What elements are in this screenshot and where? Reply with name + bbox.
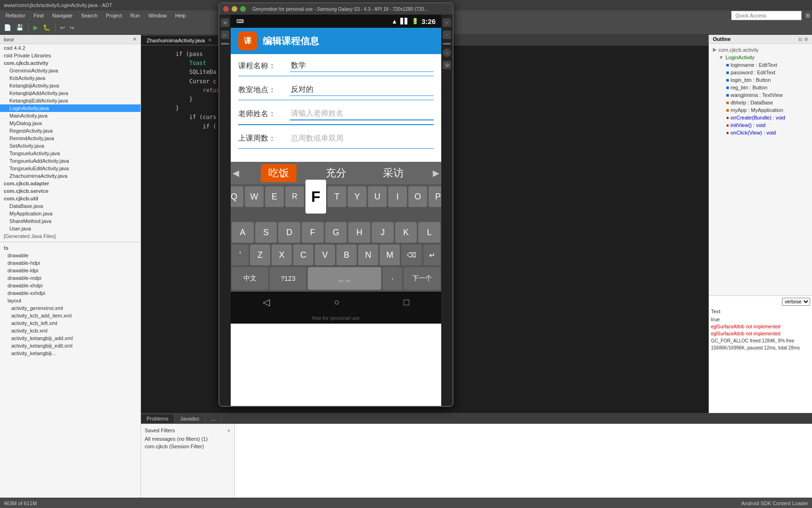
outline-field[interactable]: ■ login_btn : Button xyxy=(709,76,812,84)
sidebar-item[interactable]: drawable-ldpi xyxy=(0,267,141,274)
redo-button[interactable]: ↪ xyxy=(68,24,76,32)
side-btn[interactable] xyxy=(221,43,229,45)
sidebar-item[interactable]: drawable-hdpi xyxy=(0,259,141,267)
debug-button[interactable]: 🐛 xyxy=(41,23,52,32)
sidebar-item[interactable]: roid Private Libraries xyxy=(0,52,141,59)
key-chinese[interactable]: 中文 xyxy=(232,267,268,290)
form-placeholder-weeks[interactable]: 总周数或单双周 xyxy=(290,133,434,144)
key-next[interactable]: 下一个 xyxy=(404,267,440,290)
sidebar-item[interactable]: KetangbijiActivity.java xyxy=(0,82,141,89)
explorer-close[interactable]: ✕ xyxy=(133,36,137,42)
nav-back-btn[interactable]: ◁ xyxy=(263,296,270,308)
key-o[interactable]: O xyxy=(408,186,427,207)
menu-help[interactable]: Help xyxy=(172,12,190,19)
side-right-btn[interactable]: − xyxy=(443,31,451,39)
form-value-course[interactable]: 数学 xyxy=(290,60,434,72)
sidebar-item[interactable]: activity_kcb.xml xyxy=(0,327,141,334)
sidebar-item[interactable]: com.cjkcb.activity xyxy=(0,59,141,67)
sidebar-item[interactable]: layout xyxy=(0,297,141,304)
sidebar-item[interactable]: com.cjkcb.service xyxy=(0,187,141,195)
key-f[interactable]: F xyxy=(302,222,324,243)
new-button[interactable]: 📄 xyxy=(2,23,13,32)
sidebar-item[interactable]: activity_gerenxinxi.xml xyxy=(0,304,141,312)
outline-settings-btn[interactable]: ⚙ xyxy=(804,37,808,42)
menu-find[interactable]: Find xyxy=(30,12,47,19)
tab-more[interactable]: ... xyxy=(205,414,221,423)
key-v[interactable]: V xyxy=(315,245,335,265)
sidebar-item[interactable]: drawable-xhdpi xyxy=(0,282,141,289)
key-b[interactable]: B xyxy=(336,245,357,265)
key-a[interactable]: A xyxy=(232,222,254,243)
menu-search[interactable]: Search xyxy=(77,12,101,19)
tab-javadoc[interactable]: Javadoc xyxy=(174,414,205,423)
key-num[interactable]: ?123 xyxy=(270,267,306,290)
sidebar-item[interactable]: SetActivity.java xyxy=(0,142,141,150)
nav-recent-btn[interactable]: □ xyxy=(404,297,409,308)
sidebar-item[interactable]: TongxueluAddActivity.java xyxy=(0,157,141,165)
ime-next-btn[interactable]: ▶ xyxy=(433,168,439,178)
tab-problems[interactable]: Problems xyxy=(141,414,174,423)
key-d[interactable]: D xyxy=(278,222,300,243)
nav-home-btn[interactable]: ○ xyxy=(334,297,339,308)
form-placeholder-teacher[interactable]: 请输入老师姓名 xyxy=(290,108,434,120)
save-button[interactable]: 💾 xyxy=(14,23,25,32)
sidebar-item[interactable]: drawable-mdpi xyxy=(0,274,141,282)
ime-prev-btn[interactable]: ◀ xyxy=(233,168,239,178)
quick-access-input[interactable] xyxy=(731,11,802,20)
outline-field[interactable]: ■ loginname : EditText xyxy=(709,61,812,69)
sidebar-item[interactable]: drawable xyxy=(0,252,141,259)
filter-item[interactable]: All messages (no filters) (1) xyxy=(141,435,234,443)
key-s[interactable]: S xyxy=(255,222,277,243)
key-l[interactable]: L xyxy=(418,222,440,243)
sidebar-item[interactable]: roid 4.4.2 xyxy=(0,44,141,52)
outline-method[interactable]: ● onCreate(Bundle) : void xyxy=(709,114,812,121)
key-c[interactable]: C xyxy=(293,245,313,265)
verbose-select[interactable]: verbose xyxy=(782,298,810,306)
key-m[interactable]: M xyxy=(380,245,400,265)
key-j[interactable]: J xyxy=(372,222,394,243)
sidebar-item[interactable]: activity_ketangbiji... xyxy=(0,349,141,357)
outline-field[interactable]: ■ myApp : MyApplication xyxy=(709,106,812,114)
key-x[interactable]: X xyxy=(272,245,292,265)
side-right-btn[interactable] xyxy=(443,43,451,45)
sidebar-item-login[interactable]: LoginActivity.java xyxy=(0,104,141,112)
key-apostrophe[interactable]: ' xyxy=(232,245,249,265)
side-right-btn[interactable]: ○ xyxy=(443,48,451,57)
side-right-btn[interactable]: ⏻ xyxy=(443,61,451,69)
key-h[interactable]: H xyxy=(348,222,370,243)
key-enter[interactable]: ↵ xyxy=(423,245,440,265)
form-value-classroom[interactable]: 反对的 xyxy=(290,84,434,96)
menu-navigate[interactable]: Navigate xyxy=(48,12,76,19)
sidebar-item[interactable]: [Generated Java Files] xyxy=(0,232,141,240)
key-p[interactable]: P xyxy=(429,186,441,207)
undo-button[interactable]: ↩ xyxy=(58,24,67,32)
key-f-popup[interactable]: F xyxy=(305,180,326,214)
outline-field[interactable]: ■ password : EditText xyxy=(709,69,812,76)
tab-close-icon[interactable]: ✕ xyxy=(208,37,212,43)
key-delete[interactable]: ⌫ xyxy=(401,245,422,265)
outline-field[interactable]: ■ reg_btn : Button xyxy=(709,84,812,91)
sidebar-item[interactable]: activity_kcb_left.xml xyxy=(0,319,141,327)
key-dot[interactable]: · xyxy=(383,267,402,290)
key-z[interactable]: Z xyxy=(250,245,270,265)
maximize-button[interactable] xyxy=(240,6,246,12)
sidebar-item[interactable]: MyDialog.java xyxy=(0,119,141,127)
outline-collapse-btn[interactable]: ⊟ xyxy=(798,37,802,42)
ime-suggestion-2[interactable]: 采访 xyxy=(375,164,411,182)
ime-suggestion-0[interactable]: 吃饭 xyxy=(261,164,297,182)
filter-item[interactable]: com.cjkcb (Session Filter) xyxy=(141,443,234,450)
key-space[interactable]: ＿＿ xyxy=(308,267,381,290)
sidebar-item[interactable]: ShareMethod.java xyxy=(0,217,141,225)
sidebar-item[interactable]: GrenxinxiActivity.java xyxy=(0,67,141,74)
sidebar-item[interactable]: KetangbijiAddActivity.java xyxy=(0,89,141,97)
run-button[interactable]: ▶ xyxy=(31,23,40,32)
sidebar-item[interactable]: com.cjkcb.util xyxy=(0,195,141,202)
sidebar-item[interactable]: User.java xyxy=(0,225,141,232)
key-w[interactable]: W xyxy=(245,186,264,207)
key-q[interactable]: Q xyxy=(231,186,243,207)
sidebar-item[interactable]: MyApplication.java xyxy=(0,210,141,217)
sidebar-item[interactable]: KetangbijiEditActivity.java xyxy=(0,97,141,104)
sidebar-item[interactable]: com.cjkcb.adapter xyxy=(0,180,141,187)
sidebar-item[interactable]: TongxueluEditActivity.java xyxy=(0,165,141,172)
outline-method[interactable]: ● onClick(View) : void xyxy=(709,129,812,136)
